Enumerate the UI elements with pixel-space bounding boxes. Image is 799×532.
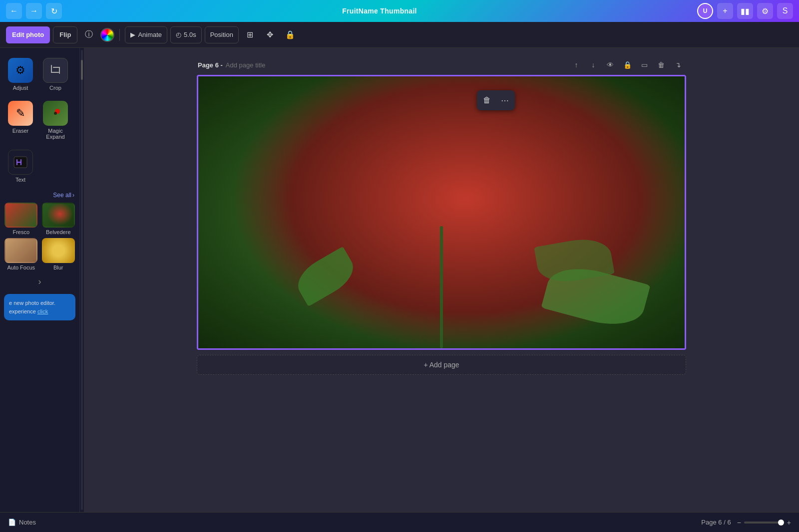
page-header-actions: ↑ ↓ 👁 🔒 ▭ 🗑 ↴: [569, 58, 685, 72]
lock-page-button[interactable]: 🔒: [620, 58, 634, 72]
lock-button[interactable]: 🔒: [282, 26, 299, 43]
chevron-right-icon: ›: [72, 192, 74, 199]
filter-fresco-thumb: [4, 203, 37, 228]
timer-label: 5.0s: [184, 31, 196, 38]
promo-text: e new photo editor.: [9, 300, 55, 306]
animate-label: Animate: [138, 31, 162, 38]
filter-fresco[interactable]: Fresco: [4, 203, 38, 235]
add-page-button[interactable]: + Add page: [197, 355, 686, 375]
canvas-float-toolbar: 🗑 ⋯: [477, 90, 515, 110]
nav-back-button[interactable]: ←: [6, 3, 22, 19]
stats-button[interactable]: ▮▮: [737, 3, 753, 19]
add-button[interactable]: +: [717, 3, 733, 19]
eraser-icon: ✎: [8, 101, 33, 126]
zoom-out-icon[interactable]: −: [737, 519, 741, 527]
page-counter: Page 6 / 6: [701, 519, 731, 526]
filter-auto-focus-label: Auto Focus: [7, 265, 35, 270]
page-canvas[interactable]: 🗑 ⋯: [197, 75, 686, 350]
visibility-button[interactable]: 👁: [603, 58, 617, 72]
leaf-left: [291, 247, 360, 307]
edit-photo-button[interactable]: Edit photo: [6, 26, 50, 43]
filter-blur-thumb: [42, 238, 75, 263]
bottom-bar: 📄 Notes Page 6 / 6 − +: [0, 512, 799, 532]
adjust-label: Adjust: [13, 85, 28, 91]
share-button[interactable]: S: [777, 3, 793, 19]
crop-icon: [43, 58, 68, 83]
filter-auto-focus[interactable]: Auto Focus: [4, 238, 38, 270]
expand-down-button[interactable]: ↓: [586, 58, 600, 72]
scroll-thumb[interactable]: [81, 60, 83, 80]
main-area: ⚙ Adjust Crop ✎ Eraser: [0, 48, 799, 512]
text-tool[interactable]: Text: [4, 147, 37, 186]
delete-page-button[interactable]: 🗑: [654, 58, 668, 72]
text-label: Text: [15, 177, 25, 183]
adjust-icon: ⚙: [8, 58, 33, 83]
top-tools-row: ⚙ Adjust Crop: [0, 53, 79, 96]
filter-fresco-label: Fresco: [12, 229, 29, 235]
promo-link[interactable]: click: [37, 308, 48, 314]
duplicate-page-button[interactable]: ▭: [637, 58, 651, 72]
grid-button[interactable]: ⊞: [242, 26, 259, 43]
text-icon: [8, 150, 33, 175]
timer-button[interactable]: ◴ 5.0s: [170, 26, 202, 43]
notes-label: Notes: [19, 519, 36, 526]
eraser-tools-row: ✎ Eraser Magic Expand: [0, 96, 79, 145]
filter-belvedere-label: Belvedere: [46, 229, 71, 235]
nav-refresh-button[interactable]: ↻: [46, 3, 62, 19]
page-header: Page 6 - ↑ ↓ 👁 🔒 ▭ 🗑 ↴: [197, 58, 686, 72]
color-swatch-button[interactable]: [100, 28, 114, 42]
scroll-track: [81, 50, 83, 510]
more-page-options-button[interactable]: ↴: [671, 58, 685, 72]
magic-expand-label: Magic Expand: [42, 128, 69, 140]
canvas-scroll[interactable]: Page 6 - ↑ ↓ 👁 🔒 ▭ 🗑 ↴: [84, 48, 799, 512]
crop-tool[interactable]: Crop: [39, 55, 72, 94]
rose-image: [198, 76, 685, 348]
adjust-tool[interactable]: ⚙ Adjust: [4, 55, 37, 94]
filter-blur-label: Blur: [53, 265, 63, 270]
see-all-label: See all: [53, 192, 71, 199]
filter-blur[interactable]: Blur: [41, 238, 76, 270]
timer-icon: ◴: [176, 31, 181, 38]
page-label: Page 6 -: [198, 61, 223, 69]
nav-forward-button[interactable]: →: [26, 3, 42, 19]
canvas-more-button[interactable]: ⋯: [497, 92, 513, 108]
crop-label: Crop: [49, 85, 61, 91]
eraser-tool[interactable]: ✎ Eraser: [4, 98, 37, 143]
text-tools-row: Text: [0, 145, 79, 188]
notes-icon: 📄: [8, 519, 16, 526]
filter-belvedere[interactable]: Belvedere: [41, 203, 76, 235]
flip-button[interactable]: Flip: [53, 26, 77, 43]
user-avatar[interactable]: U: [697, 3, 713, 19]
toolbar-divider-1: [119, 29, 120, 41]
settings-button[interactable]: ⚙: [757, 3, 773, 19]
svg-point-1: [54, 112, 57, 115]
canvas-area: Page 6 - ↑ ↓ 👁 🔒 ▭ 🗑 ↴: [84, 48, 799, 512]
animate-button[interactable]: ▶ Animate: [125, 26, 167, 43]
see-all-button[interactable]: See all ›: [53, 192, 74, 199]
animate-icon: ▶: [130, 31, 135, 38]
zoom-slider-container: − +: [737, 519, 791, 527]
vertical-scroll: [80, 48, 84, 512]
eraser-label: Eraser: [12, 128, 28, 134]
sidebar-expand-row[interactable]: ›: [0, 272, 79, 291]
canvas-delete-button[interactable]: 🗑: [479, 92, 495, 108]
notes-section[interactable]: 📄 Notes: [8, 519, 36, 526]
collapse-button[interactable]: ↑: [569, 58, 583, 72]
top-nav-bar: ← → ↻ FruitName Thumbnail U + ▮▮ ⚙ S: [0, 0, 799, 22]
sidebar: ⚙ Adjust Crop ✎ Eraser: [0, 48, 80, 512]
filters-section-header: See all ›: [0, 188, 79, 201]
filter-belvedere-thumb: [42, 203, 75, 228]
app-title: FruitName Thumbnail: [342, 7, 417, 15]
chevron-right-icon-2: ›: [38, 276, 41, 287]
zoom-slider[interactable]: [744, 522, 784, 524]
zoom-in-icon[interactable]: +: [787, 519, 791, 527]
position-button[interactable]: Position: [205, 26, 239, 43]
magic-expand-tool[interactable]: Magic Expand: [39, 98, 72, 143]
info-button[interactable]: ⓘ: [80, 26, 97, 43]
page-title-input[interactable]: [226, 61, 310, 69]
transform-button[interactable]: ✥: [262, 26, 279, 43]
filter-auto-focus-thumb: [4, 238, 37, 263]
zoom-handle[interactable]: [778, 520, 784, 526]
sidebar-promo-banner: e new photo editor. experience click: [4, 294, 75, 320]
magic-expand-icon: [43, 101, 68, 126]
